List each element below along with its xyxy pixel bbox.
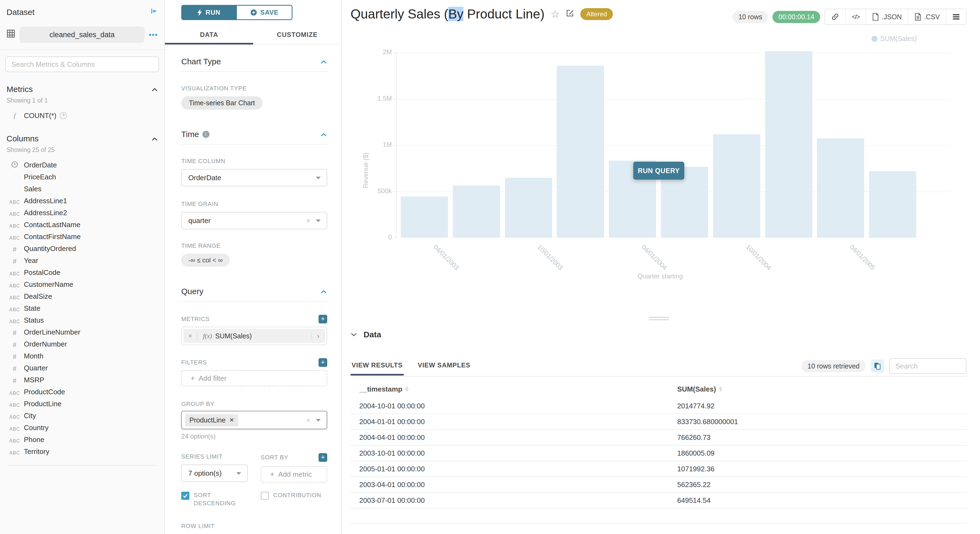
chevron-up-icon[interactable]: [320, 129, 327, 139]
export-json-button[interactable]: .JSON: [866, 9, 908, 24]
column-item[interactable]: ABCAddressLine1: [5, 195, 159, 207]
tab-customize[interactable]: CUSTOMIZE: [253, 27, 341, 44]
time-title: Time: [181, 130, 199, 139]
column-header-timestamp[interactable]: __timestamp: [350, 385, 677, 393]
data-section-header[interactable]: Data: [350, 330, 381, 339]
column-item[interactable]: ABCTerritory: [5, 445, 159, 458]
export-csv-button[interactable]: .CSV: [908, 9, 947, 24]
embed-code-button[interactable]: </>: [846, 9, 866, 24]
cell-sum-sales: 562365.22: [677, 480, 711, 489]
resize-handle[interactable]: [649, 317, 669, 322]
contribution-checkbox[interactable]: [261, 492, 269, 500]
add-metric-button[interactable]: +: [318, 315, 327, 323]
clear-icon[interactable]: ×: [306, 416, 310, 424]
metric-item[interactable]: fCOUNT(*)?: [5, 110, 159, 122]
add-filter-dropzone[interactable]: + Add filter: [181, 370, 327, 386]
column-item[interactable]: ABCAddressLine2: [5, 207, 159, 219]
string-type-icon: ABC: [9, 402, 20, 408]
column-item[interactable]: ABCContactLastName: [5, 219, 159, 230]
group-by-chip[interactable]: ProductLine ✕: [185, 414, 238, 426]
column-item-label: Country: [24, 424, 49, 432]
cell-sum-sales: 1071992.36: [677, 465, 714, 473]
column-item[interactable]: ABCPhone: [5, 434, 159, 445]
column-item-label: QuantityOrdered: [24, 245, 76, 253]
column-item[interactable]: ABCState: [5, 302, 159, 314]
column-item[interactable]: PriceEach: [5, 171, 159, 183]
save-button[interactable]: SAVE: [236, 5, 293, 20]
sort-descending-control: SORT DESCENDING: [181, 491, 248, 507]
add-filter-button[interactable]: +: [318, 358, 327, 367]
column-item[interactable]: ABCProductCode: [5, 386, 159, 398]
search-metrics-columns-input[interactable]: [5, 56, 159, 72]
run-query-button[interactable]: RUN QUERY: [633, 162, 684, 180]
series-limit-select[interactable]: 7 option(s): [181, 464, 248, 482]
chevron-up-icon[interactable]: [151, 84, 158, 94]
tab-view-samples[interactable]: VIEW SAMPLES: [417, 359, 472, 375]
copy-link-button[interactable]: [825, 9, 846, 24]
timeseries-bar-chart[interactable]: SUM(Sales) Revenue ($) Quarter starting …: [342, 27, 980, 299]
time-column-select[interactable]: OrderDate: [181, 169, 327, 186]
column-item[interactable]: ABCPostalCode: [5, 267, 159, 278]
clear-icon[interactable]: ×: [306, 216, 310, 225]
column-item[interactable]: #OrderNumber: [5, 338, 159, 350]
chevron-up-icon[interactable]: [151, 134, 158, 143]
run-button[interactable]: RUN: [181, 5, 236, 20]
add-sort-metric-button[interactable]: +: [318, 453, 327, 462]
cell-timestamp: 2003-04-01 00:00:00: [350, 480, 677, 489]
column-item[interactable]: ABCContactFirstName: [5, 230, 159, 243]
string-type-icon: ABC: [9, 307, 20, 312]
column-item[interactable]: #Year: [5, 254, 159, 267]
legend-item[interactable]: SUM(Sales): [872, 35, 917, 43]
bar-2005-04-01: [869, 171, 916, 238]
copy-data-button[interactable]: [871, 359, 884, 373]
string-type-icon: ABC: [9, 426, 20, 432]
dataset-name-pill[interactable]: cleaned_sales_data: [19, 27, 145, 43]
chevron-up-icon[interactable]: [320, 286, 327, 296]
visualization-type-pill[interactable]: Time-series Bar Chart: [181, 96, 262, 110]
time-range-pill[interactable]: -∞ ≤ col < ∞: [181, 254, 230, 267]
chevron-right-icon[interactable]: ›: [311, 332, 325, 340]
group-by-select[interactable]: ProductLine ✕ ×: [181, 411, 327, 429]
string-type-icon: ABC: [9, 283, 20, 288]
sort-descending-checkbox[interactable]: [181, 492, 189, 500]
remove-chip-icon[interactable]: ✕: [229, 417, 234, 423]
column-item[interactable]: #Quarter: [5, 362, 159, 374]
column-item[interactable]: ABCCustomerName: [5, 278, 159, 290]
column-item[interactable]: ABCCountry: [5, 422, 159, 434]
column-item-label: DealSize: [24, 292, 52, 300]
remove-metric-icon[interactable]: ×: [183, 332, 197, 340]
column-item[interactable]: #MSRP: [5, 374, 159, 386]
function-icon: f: [5, 112, 24, 119]
numeric-type-icon: #: [13, 341, 17, 348]
column-item[interactable]: ABCProductLine: [5, 398, 159, 410]
results-search-input[interactable]: [889, 358, 966, 374]
column-item[interactable]: OrderDate: [5, 159, 159, 171]
file-icon: [914, 13, 921, 21]
column-item[interactable]: #Month: [5, 350, 159, 362]
cell-sum-sales: 1860005.09: [677, 449, 714, 458]
info-icon: i: [202, 131, 210, 138]
column-item[interactable]: #OrderLineNumber: [5, 326, 159, 338]
metric-chip[interactable]: × f(x) SUM(Sales) ›: [183, 329, 325, 343]
favorite-star-icon[interactable]: ☆: [550, 9, 560, 19]
column-item[interactable]: ABCStatus: [5, 314, 159, 326]
collapse-sidebar-icon[interactable]: [150, 7, 158, 17]
tab-view-results[interactable]: VIEW RESULTS: [350, 359, 404, 375]
chevron-up-icon[interactable]: [320, 56, 327, 67]
dataset-options-menu-icon[interactable]: •••: [149, 31, 158, 39]
column-item[interactable]: ABCCity: [5, 410, 159, 422]
tab-data[interactable]: DATA: [165, 27, 253, 44]
add-sort-metric-dropzone[interactable]: + Add metric: [261, 466, 327, 482]
column-item[interactable]: Sales: [5, 183, 159, 195]
time-grain-select[interactable]: quarter ×: [181, 212, 327, 229]
metrics-showing-count: Showing 1 of 1: [5, 97, 159, 104]
column-item[interactable]: ABCDealSize: [5, 290, 159, 302]
string-type-icon: ABC: [9, 271, 20, 277]
column-header-sum-sales[interactable]: SUM(Sales): [677, 385, 722, 393]
y-axis-tick: [393, 52, 396, 53]
results-table: __timestamp SUM(Sales) 2004-10-01 00:00:…: [350, 380, 967, 524]
sort-icon: [719, 387, 722, 391]
more-options-menu-icon[interactable]: [947, 9, 966, 24]
column-item[interactable]: #QuantityOrdered: [5, 243, 159, 254]
edit-title-icon[interactable]: [566, 9, 574, 19]
